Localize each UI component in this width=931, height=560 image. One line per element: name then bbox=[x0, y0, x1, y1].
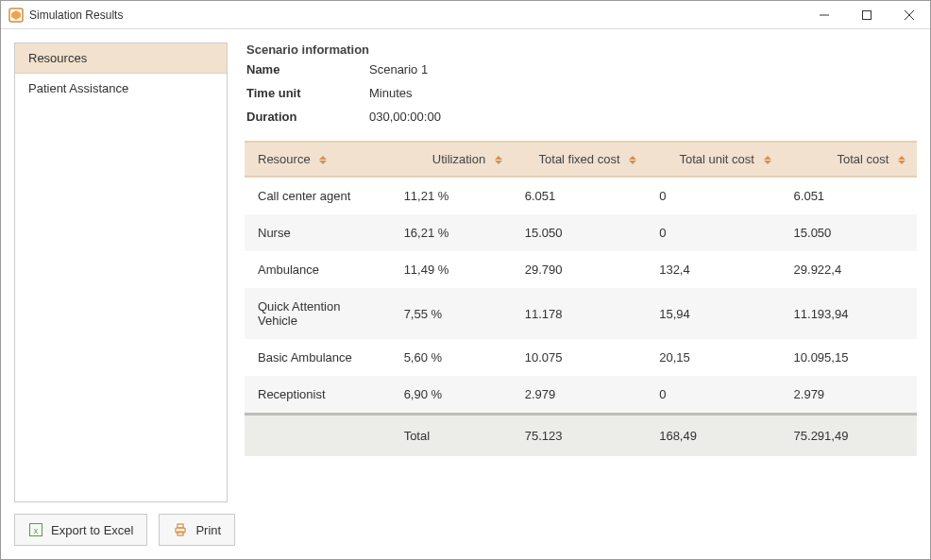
cell-resource: Receptionist bbox=[245, 376, 393, 415]
cell-total-cost: 6.051 bbox=[783, 177, 917, 214]
col-total-cost-label: Total cost bbox=[837, 152, 889, 166]
table-footer-row: Total 75.123 168,49 75.291,49 bbox=[245, 415, 917, 457]
cell-resource: Quick Attention Vehicle bbox=[245, 288, 393, 339]
svg-text:x: x bbox=[34, 526, 39, 535]
footer-label: Total bbox=[393, 415, 514, 457]
cell-unit-cost: 0 bbox=[648, 177, 782, 214]
sort-icon bbox=[629, 156, 636, 164]
table-row: Ambulance11,49 %29.790132,429.922,4 bbox=[245, 251, 917, 288]
cell-utilization: 5,60 % bbox=[393, 339, 514, 376]
name-value: Scenario 1 bbox=[369, 62, 917, 76]
table-row: Call center agent11,21 %6.05106.051 bbox=[245, 177, 917, 214]
cell-utilization: 7,55 % bbox=[393, 288, 514, 339]
window-title: Simulation Results bbox=[29, 8, 803, 22]
duration-value: 030,00:00:00 bbox=[369, 110, 917, 124]
cell-total-cost: 29.922,4 bbox=[783, 251, 917, 288]
time-unit-value: Minutes bbox=[369, 86, 917, 100]
sidebar-item-label: Patient Assistance bbox=[28, 81, 128, 95]
cell-total-cost: 2.979 bbox=[783, 376, 917, 415]
excel-icon: x bbox=[28, 522, 43, 537]
cell-total-cost: 10.095,15 bbox=[783, 339, 917, 376]
cell-utilization: 11,49 % bbox=[393, 251, 514, 288]
svg-rect-9 bbox=[178, 524, 183, 528]
sidebar-item-label: Resources bbox=[28, 51, 87, 65]
sort-icon bbox=[764, 156, 771, 164]
cell-fixed-cost: 2.979 bbox=[514, 376, 648, 415]
svg-marker-1 bbox=[11, 10, 21, 20]
cell-resource: Call center agent bbox=[245, 177, 393, 214]
table-row: Nurse16,21 %15.050015.050 bbox=[245, 214, 917, 251]
cell-unit-cost: 132,4 bbox=[648, 251, 782, 288]
cell-utilization: 11,21 % bbox=[393, 177, 514, 214]
minimize-button[interactable] bbox=[803, 1, 845, 28]
col-total-cost[interactable]: Total cost bbox=[783, 142, 917, 177]
print-button[interactable]: Print bbox=[159, 514, 235, 546]
time-unit-label: Time unit bbox=[246, 86, 369, 100]
col-resource[interactable]: Resource bbox=[245, 142, 393, 177]
sidebar: Resources Patient Assistance bbox=[14, 42, 228, 502]
maximize-button[interactable] bbox=[845, 1, 888, 28]
titlebar: Simulation Results bbox=[1, 1, 930, 29]
cell-fixed-cost: 10.075 bbox=[514, 339, 648, 376]
sort-icon bbox=[319, 156, 327, 164]
cell-total-cost: 15.050 bbox=[783, 214, 917, 251]
svg-rect-10 bbox=[178, 532, 183, 535]
cell-fixed-cost: 11.178 bbox=[514, 288, 648, 339]
scenario-info: Name Scenario 1 Time unit Minutes Durati… bbox=[245, 62, 917, 124]
sidebar-item-resources[interactable]: Resources bbox=[15, 43, 227, 74]
cell-fixed-cost: 29.790 bbox=[514, 251, 648, 288]
content: Scenario information Name Scenario 1 Tim… bbox=[245, 42, 917, 502]
cell-resource: Basic Ambulance bbox=[245, 339, 393, 376]
cell-total-cost: 11.193,94 bbox=[783, 288, 917, 339]
footer-total: 75.291,49 bbox=[783, 415, 917, 457]
col-total-fixed-cost[interactable]: Total fixed cost bbox=[514, 142, 648, 177]
button-row: x Export to Excel Print bbox=[14, 514, 917, 546]
col-total-unit-cost-label: Total unit cost bbox=[679, 152, 754, 166]
section-title: Scenario information bbox=[245, 42, 917, 57]
resources-table: Resource Utilization Total fixed cost bbox=[245, 141, 917, 456]
col-utilization-label: Utilization bbox=[432, 152, 485, 166]
footer-fixed: 75.123 bbox=[514, 415, 648, 457]
window-controls bbox=[803, 1, 930, 28]
close-button[interactable] bbox=[888, 1, 930, 28]
col-utilization[interactable]: Utilization bbox=[393, 142, 514, 177]
cell-unit-cost: 0 bbox=[648, 214, 782, 251]
print-icon bbox=[173, 522, 188, 537]
sidebar-item-patient-assistance[interactable]: Patient Assistance bbox=[15, 74, 227, 103]
svg-rect-3 bbox=[862, 10, 871, 19]
table-row: Receptionist6,90 %2.97902.979 bbox=[245, 376, 917, 415]
footer-unit: 168,49 bbox=[648, 415, 782, 457]
window: Simulation Results Resources Patient Ass… bbox=[0, 0, 931, 560]
cell-resource: Nurse bbox=[245, 214, 393, 251]
cell-unit-cost: 0 bbox=[648, 376, 782, 415]
export-label: Export to Excel bbox=[51, 523, 133, 537]
duration-label: Duration bbox=[246, 110, 369, 124]
cell-unit-cost: 15,94 bbox=[648, 288, 782, 339]
export-to-excel-button[interactable]: x Export to Excel bbox=[14, 514, 147, 546]
sort-icon bbox=[898, 156, 906, 164]
name-label: Name bbox=[246, 62, 369, 76]
app-icon bbox=[8, 8, 24, 23]
col-total-unit-cost[interactable]: Total unit cost bbox=[648, 142, 782, 177]
print-label: Print bbox=[195, 523, 221, 537]
table-row: Quick Attention Vehicle7,55 %11.17815,94… bbox=[245, 288, 917, 339]
col-total-fixed-cost-label: Total fixed cost bbox=[539, 152, 620, 166]
cell-fixed-cost: 6.051 bbox=[514, 177, 648, 214]
cell-unit-cost: 20,15 bbox=[648, 339, 782, 376]
cell-utilization: 16,21 % bbox=[393, 214, 514, 251]
cell-utilization: 6,90 % bbox=[393, 376, 514, 415]
table-row: Basic Ambulance5,60 %10.07520,1510.095,1… bbox=[245, 339, 917, 376]
sort-icon bbox=[495, 156, 502, 164]
cell-resource: Ambulance bbox=[245, 251, 393, 288]
col-resource-label: Resource bbox=[258, 152, 311, 166]
table-header-row: Resource Utilization Total fixed cost bbox=[245, 142, 917, 177]
cell-fixed-cost: 15.050 bbox=[514, 214, 648, 251]
